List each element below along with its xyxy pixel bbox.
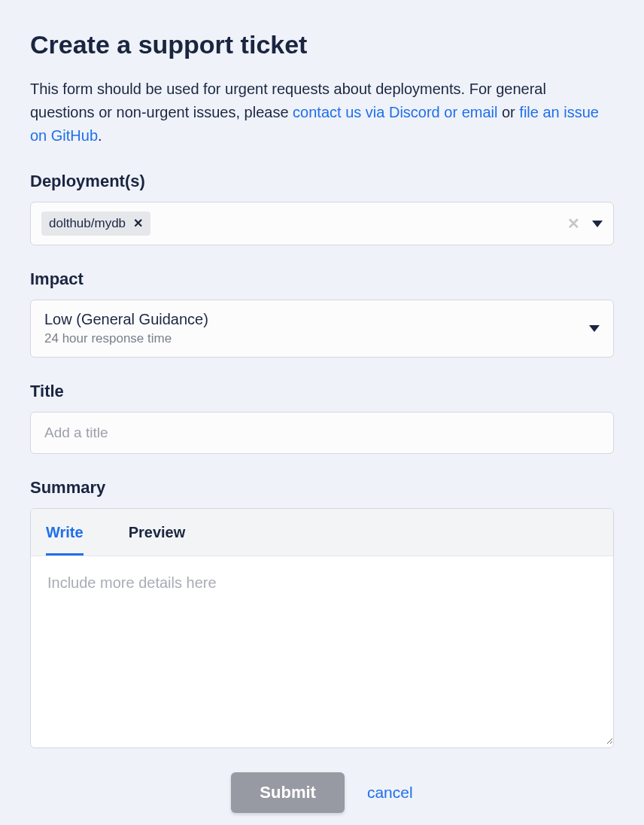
intro-text: This form should be used for urgent requ… [30, 78, 614, 148]
deployments-field: Deployment(s) dolthub/mydb ✕ ✕ [30, 172, 614, 245]
impact-selected-sub: 24 hour response time [44, 331, 208, 346]
summary-editor: Write Preview [30, 508, 614, 748]
impact-selected-main: Low (General Guidance) [44, 311, 208, 328]
close-icon[interactable]: ✕ [133, 218, 143, 230]
title-input[interactable] [30, 412, 614, 454]
chevron-down-icon[interactable] [592, 221, 603, 227]
deployments-tags: dolthub/mydb ✕ [41, 212, 150, 236]
submit-button[interactable]: Submit [231, 772, 345, 813]
deployments-label: Deployment(s) [30, 172, 614, 191]
impact-text: Low (General Guidance) 24 hour response … [44, 311, 208, 346]
cancel-link[interactable]: cancel [367, 784, 413, 802]
intro-or: or [497, 104, 519, 120]
editor-tabs: Write Preview [31, 509, 613, 556]
clear-all-icon[interactable]: ✕ [567, 216, 580, 231]
title-field: Title [30, 382, 614, 454]
summary-label: Summary [30, 478, 614, 498]
deployments-multiselect[interactable]: dolthub/mydb ✕ ✕ [30, 202, 614, 245]
chevron-down-icon[interactable] [589, 325, 600, 332]
action-buttons: Submit cancel [30, 772, 614, 813]
summary-field: Summary Write Preview [30, 478, 614, 748]
impact-select[interactable]: Low (General Guidance) 24 hour response … [30, 300, 614, 358]
impact-label: Impact [30, 269, 614, 289]
title-label: Title [30, 382, 614, 401]
page-title: Create a support ticket [30, 30, 614, 59]
impact-field: Impact Low (General Guidance) 24 hour re… [30, 269, 614, 358]
summary-textarea[interactable] [31, 556, 613, 744]
deployment-tag-text: dolthub/mydb [49, 216, 126, 231]
intro-end: . [98, 127, 102, 144]
multiselect-controls: ✕ [567, 216, 603, 231]
deployment-tag: dolthub/mydb ✕ [41, 212, 150, 236]
contact-discord-link[interactable]: contact us via Discord or email [293, 104, 497, 120]
tab-preview[interactable]: Preview [129, 509, 186, 556]
tab-write[interactable]: Write [46, 509, 84, 556]
